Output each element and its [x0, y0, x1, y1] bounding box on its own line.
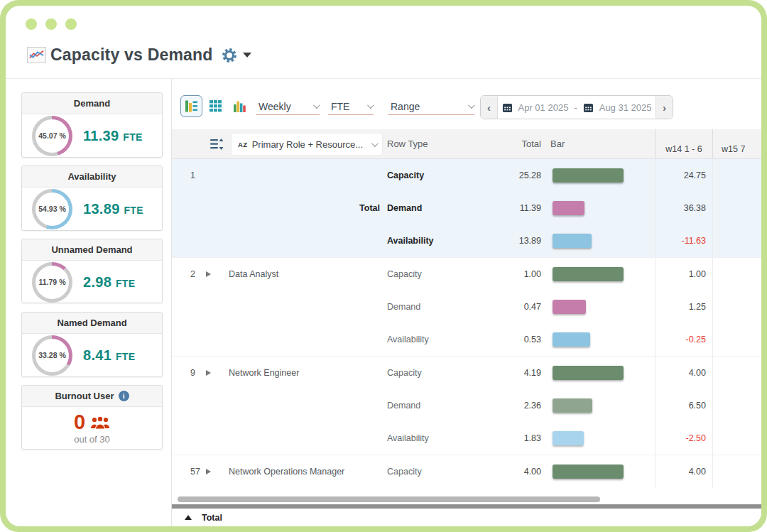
chevron-left-icon: ‹	[487, 102, 491, 114]
table-row[interactable]: Availability0.53-0.25	[172, 323, 761, 356]
table-row[interactable]: 1Capacity25.2824.75	[172, 159, 761, 192]
end-date[interactable]: Aug 31 2025	[599, 102, 652, 113]
group-by-dropdown[interactable]: AZ Primary Role + Resource...	[232, 134, 382, 155]
week-value: 4.00	[655, 455, 712, 488]
calendar-icon[interactable]	[502, 102, 513, 113]
chevron-down-icon	[367, 102, 374, 109]
row-number: 57	[190, 467, 206, 477]
group-name: Network Operations Manager	[229, 467, 344, 477]
next-period-button[interactable]: ›	[656, 96, 673, 119]
unnamed-demand-donut: 11.79 %	[32, 262, 72, 303]
column-header-bar: Bar	[541, 129, 655, 158]
group-name: Data Analyst	[229, 269, 278, 279]
fte-value: 2.98 FTE	[83, 274, 135, 291]
row-type: Availability	[387, 335, 491, 344]
chevron-down-icon	[371, 140, 379, 147]
window-dot-icon[interactable]	[65, 18, 77, 30]
table-row[interactable]: Demand0.471.25	[172, 291, 761, 323]
row-type: Demand	[387, 302, 491, 312]
week-value: -11.63	[655, 224, 712, 257]
table-row[interactable]: 9Network EngineerCapacity4.194.00	[172, 357, 761, 389]
week-value-clipped	[712, 291, 761, 323]
week-value-clipped	[712, 224, 761, 257]
stat-card-demand: Demand 45.07 % 11.39 FTE	[21, 92, 163, 158]
total-value: 4.19	[491, 368, 541, 378]
row-type: Capacity	[387, 170, 491, 180]
table-row[interactable]: 2Data AnalystCapacity1.001.00	[172, 258, 761, 291]
sort-az-icon: AZ	[238, 141, 248, 148]
total-value: 11.39	[491, 203, 541, 213]
week-value-clipped	[712, 389, 761, 422]
bar	[553, 300, 586, 314]
gear-icon[interactable]	[222, 48, 237, 63]
chevron-right-icon: ›	[663, 102, 666, 114]
app-card: Capacity vs Demand Demand 45.07 % 11.39 …	[6, 6, 761, 526]
bar-cell	[541, 300, 655, 314]
total-value: 1.00	[491, 269, 541, 279]
expand-icon[interactable]	[206, 271, 211, 277]
bar-cell	[541, 201, 655, 215]
week-value-clipped	[712, 159, 761, 192]
unit-select[interactable]: FTE	[328, 98, 374, 115]
table-row[interactable]: Demand2.366.50	[172, 389, 761, 422]
column-header-row-type: Row Type	[387, 129, 491, 158]
unit-select-value: FTE	[331, 101, 349, 112]
row-type: Demand	[387, 401, 491, 411]
week-value-clipped	[712, 357, 761, 389]
total-value: 4.00	[491, 467, 541, 477]
grid-view-button[interactable]	[205, 95, 227, 117]
bar	[553, 398, 592, 413]
group-name: Total	[359, 203, 380, 213]
table-row[interactable]: 57Network Operations ManagerCapacity4.00…	[172, 455, 761, 488]
demand-donut: 45.07 %	[32, 116, 72, 156]
stat-card-burnout: Burnout User i 0 out of 30	[21, 385, 163, 450]
info-icon[interactable]: i	[119, 391, 129, 401]
row-group: 2Data AnalystCapacity1.001.00Demand0.471…	[172, 257, 761, 356]
expand-icon[interactable]	[206, 469, 211, 474]
week-value-clipped	[712, 422, 761, 455]
window-dot-icon[interactable]	[26, 18, 37, 30]
bar-chart-view-button[interactable]	[229, 95, 251, 117]
range-select-value: Range	[391, 101, 420, 112]
column-header-total: Total	[491, 129, 541, 158]
table-row[interactable]: Availability13.89-11.63	[172, 224, 761, 257]
table-footer-total[interactable]: Total	[172, 509, 761, 526]
page-title: Capacity vs Demand	[50, 45, 213, 65]
prev-period-button[interactable]: ‹	[481, 96, 498, 119]
collapse-icon[interactable]	[185, 515, 192, 520]
table-row[interactable]: Availability1.83-2.50	[172, 422, 761, 455]
bar	[553, 366, 624, 380]
table-header: AZ Primary Role + Resource... Row Type T…	[172, 129, 761, 159]
row-type: Capacity	[387, 368, 491, 378]
caret-down-icon[interactable]	[243, 53, 251, 58]
table-row[interactable]: TotalDemand11.3936.38	[172, 192, 761, 224]
week-value: 1.00	[655, 258, 712, 291]
calendar-icon[interactable]	[583, 102, 594, 113]
date-range-control: ‹ Apr 01 2025 - Aug 31 2025 ›	[480, 95, 673, 119]
bar	[553, 332, 590, 347]
stat-card-title: Named Demand	[22, 313, 162, 334]
expand-icon[interactable]	[206, 370, 211, 376]
row-type: Availability	[387, 236, 491, 246]
range-select[interactable]: Range	[388, 98, 474, 115]
total-value: 0.53	[491, 335, 541, 344]
named-demand-donut: 33.28 %	[32, 335, 72, 376]
donut-percent: 54.93 %	[32, 189, 72, 229]
fte-value: 8.41 FTE	[83, 347, 135, 364]
period-select[interactable]: Weekly	[256, 98, 320, 115]
week-value: -0.25	[655, 323, 712, 356]
total-value: 2.36	[491, 401, 541, 411]
bar-cell	[541, 332, 655, 347]
group-name-cell: Network Engineer	[220, 368, 387, 378]
horizontal-scrollbar-thumb[interactable]	[178, 496, 600, 502]
row-group: 1Capacity25.2824.75TotalDemand11.3936.38…	[172, 159, 761, 257]
row-type: Demand	[387, 203, 491, 213]
window-dot-icon[interactable]	[45, 18, 57, 30]
gantt-view-button[interactable]	[180, 95, 202, 117]
sort-rows-icon[interactable]	[209, 136, 224, 152]
gantt-view-icon	[185, 99, 198, 113]
row-number: 9	[190, 368, 206, 378]
start-date[interactable]: Apr 01 2025	[518, 102, 569, 113]
week-value: 6.50	[655, 389, 712, 422]
line-chart-icon	[27, 47, 46, 63]
